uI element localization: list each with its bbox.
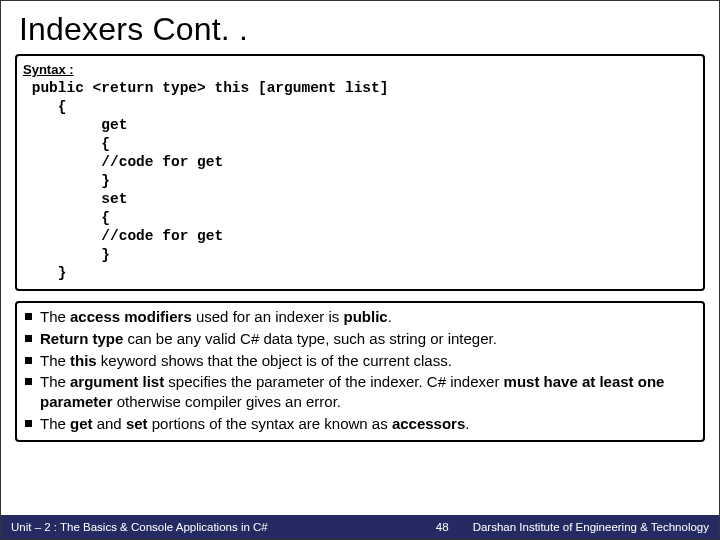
bullet-marker-icon xyxy=(25,357,32,364)
syntax-code: public <return type> this [argument list… xyxy=(23,79,697,283)
bullet-item: The argument list specifies the paramete… xyxy=(23,372,697,412)
bullet-box: The access modifiers used for an indexer… xyxy=(15,301,705,442)
footer-bar: Unit – 2 : The Basics & Console Applicat… xyxy=(1,515,719,539)
bullet-marker-icon xyxy=(25,335,32,342)
bullet-item: The get and set portions of the syntax a… xyxy=(23,414,697,434)
bullet-text: The access modifiers used for an indexer… xyxy=(40,307,697,327)
footer-left: Unit – 2 : The Basics & Console Applicat… xyxy=(11,521,412,533)
bullet-text: The argument list specifies the paramete… xyxy=(40,372,697,412)
bullet-item: Return type can be any valid C# data typ… xyxy=(23,329,697,349)
syntax-box: Syntax : public <return type> this [argu… xyxy=(15,54,705,291)
slide-title: Indexers Cont. . xyxy=(1,1,719,54)
bullet-text: The this keyword shows that the object i… xyxy=(40,351,697,371)
bullet-marker-icon xyxy=(25,313,32,320)
footer-right: Darshan Institute of Engineering & Techn… xyxy=(473,521,709,533)
bullet-item: The access modifiers used for an indexer… xyxy=(23,307,697,327)
bullet-text: The get and set portions of the syntax a… xyxy=(40,414,697,434)
bullet-marker-icon xyxy=(25,420,32,427)
slide-content: Syntax : public <return type> this [argu… xyxy=(1,54,719,539)
bullet-item: The this keyword shows that the object i… xyxy=(23,351,697,371)
syntax-label: Syntax : xyxy=(23,62,697,77)
bullet-text: Return type can be any valid C# data typ… xyxy=(40,329,697,349)
bullet-marker-icon xyxy=(25,378,32,385)
slide: Indexers Cont. . Syntax : public <return… xyxy=(0,0,720,540)
footer-page-number: 48 xyxy=(436,521,449,533)
